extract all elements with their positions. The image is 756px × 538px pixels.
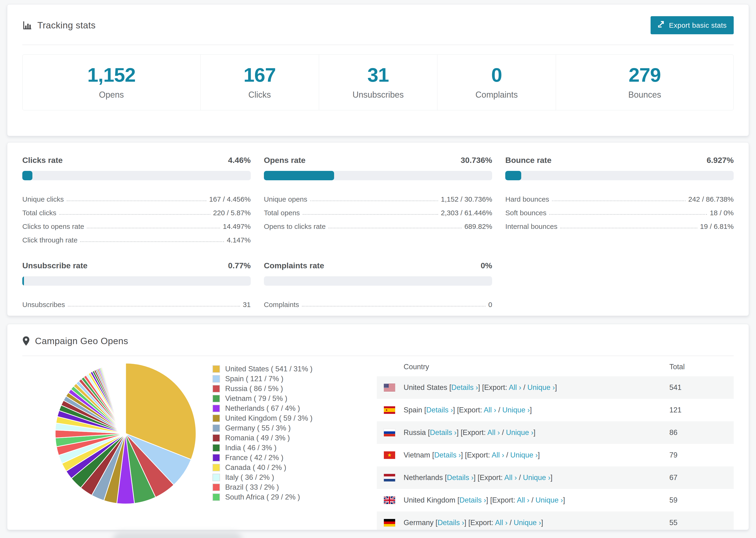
export-prefix: ] [Export: [461, 451, 492, 459]
bracket: ] [541, 518, 543, 527]
total-cell: 59 [669, 496, 728, 505]
gb-flag-icon [384, 497, 395, 504]
rate-row-label: Internal bounces [505, 223, 557, 231]
export-all-link[interactable]: All › [495, 518, 507, 527]
rate-row-value: 167 / 4.456% [209, 195, 251, 203]
legend-label: India ( 46 / 3% ) [225, 444, 277, 452]
export-all-link[interactable]: All › [484, 406, 496, 414]
rate-progress-track [505, 171, 734, 180]
geo-table-header-row: Country Total [377, 357, 734, 376]
export-unique-link[interactable]: Unique › [514, 518, 541, 527]
details-link[interactable]: Details › [451, 383, 478, 392]
legend-label: Germany ( 55 / 3% ) [225, 424, 291, 432]
rate-row-label: Total opens [264, 209, 300, 217]
details-link[interactable]: Details › [459, 496, 486, 504]
rate-header: Clicks rate4.46% [22, 156, 251, 165]
rate-progress-fill [264, 171, 334, 180]
rate-detail-row: Clicks to opens rate14.497% [22, 217, 251, 231]
rate-row-label: Clicks to opens rate [22, 223, 84, 231]
export-prefix: ] [Export: [457, 428, 487, 437]
bar-chart-icon [22, 21, 32, 30]
stat-box-complaints: 0Complaints [437, 55, 556, 110]
export-basic-stats-button[interactable]: Export basic stats [651, 16, 734, 34]
ru-flag-icon [384, 429, 395, 436]
details-link[interactable]: Details › [426, 406, 453, 414]
rate-detail-row: Internal bounces19 / 6.81% [505, 217, 734, 231]
legend-label: Vietnam ( 79 / 5% ) [225, 394, 287, 403]
rate-detail-row: Click through rate4.147% [22, 231, 251, 244]
rate-detail-rows: Hard bounces242 / 86.738%Soft bounces18 … [505, 190, 734, 231]
details-link[interactable]: Details › [447, 473, 473, 482]
tracking-stats-title-group: Tracking stats [22, 20, 95, 30]
export-unique-link[interactable]: Unique › [510, 451, 538, 459]
export-all-link[interactable]: All › [509, 383, 521, 392]
separator: / [521, 383, 527, 392]
stat-value: 31 [367, 65, 389, 85]
details-link[interactable]: Details › [438, 518, 464, 527]
bracket: [ [428, 428, 430, 437]
rate-title: Opens rate [264, 156, 306, 165]
legend-label: Brazil ( 33 / 2% ) [225, 483, 279, 492]
legend-item-india: India ( 46 / 3% ) [212, 443, 377, 453]
tracking-stats-header: Tracking stats Export basic stats [22, 16, 734, 45]
stat-box-bounces: 279Bounces [556, 55, 733, 110]
rate-progress-fill [505, 171, 521, 180]
export-all-link[interactable]: All › [492, 451, 504, 459]
legend-item-united-kingdom: United Kingdom ( 59 / 3% ) [212, 413, 377, 423]
rate-progress-track [22, 276, 251, 286]
rate-value: 6.927% [707, 156, 734, 165]
country-column-header: Country [404, 363, 669, 371]
rate-value: 30.736% [460, 156, 492, 165]
dotted-leader [67, 200, 206, 201]
geo-table-row-vn: Vietnam [Details ›] [Export: All › / Uni… [377, 444, 734, 466]
bracket: ] [563, 496, 565, 504]
rate-row-label: Hard bounces [505, 195, 549, 203]
geo-opens-body: United States ( 541 / 31% )Spain ( 121 /… [22, 356, 734, 530]
country-name: United Kingdom [404, 496, 458, 504]
dotted-leader [87, 228, 220, 228]
details-link[interactable]: Details › [434, 451, 461, 459]
country-cell: Netherlands [Details ›] [Export: All › /… [404, 473, 669, 482]
dotted-leader [80, 241, 224, 242]
geo-opens-table: Country Total United States [Details ›] … [377, 357, 734, 530]
legend-item-russia: Russia ( 86 / 5% ) [212, 384, 377, 394]
rate-detail-rows: Unsubscribes31 [22, 295, 251, 309]
rate-progress-track [22, 171, 251, 180]
export-unique-link[interactable]: Unique › [527, 383, 555, 392]
vn-flag-icon [384, 452, 395, 459]
legend-color-chip [212, 454, 220, 461]
details-link[interactable]: Details › [430, 428, 457, 437]
export-unique-link[interactable]: Unique › [506, 428, 533, 437]
dotted-leader [303, 214, 438, 215]
export-all-link[interactable]: All › [504, 473, 517, 482]
rate-value: 4.46% [228, 156, 250, 165]
dotted-leader [310, 200, 438, 201]
rates-card: Clicks rate4.46%Unique clicks167 / 4.456… [7, 142, 749, 316]
country-name: Vietnam [404, 451, 432, 459]
export-prefix: ] [Export: [453, 406, 484, 414]
rate-row-label: Opens to clicks rate [264, 223, 326, 231]
export-unique-link[interactable]: Unique › [502, 406, 530, 414]
rate-header: Opens rate30.736% [264, 156, 492, 165]
total-cell: 121 [669, 406, 728, 414]
separator: / [500, 428, 506, 437]
stat-label: Opens [99, 90, 124, 100]
rate-detail-row: Total opens2,303 / 61.446% [264, 203, 492, 217]
stat-value: 279 [628, 65, 661, 85]
rate-detail-row: Hard bounces242 / 86.738% [505, 190, 734, 203]
dotted-leader [59, 214, 210, 215]
rate-title: Clicks rate [22, 156, 63, 165]
export-unique-link[interactable]: Unique › [523, 473, 550, 482]
separator: / [517, 473, 523, 482]
geo-opens-title-group: Campaign Geo Opens [22, 336, 128, 346]
export-all-link[interactable]: All › [517, 496, 529, 504]
rate-progress-fill [22, 171, 32, 180]
dotted-leader [549, 214, 707, 215]
total-cell: 86 [669, 428, 728, 437]
export-button-label: Export basic stats [669, 21, 727, 29]
legend-label: Spain ( 121 / 7% ) [225, 375, 283, 383]
legend-color-chip [212, 464, 220, 471]
export-unique-link[interactable]: Unique › [536, 496, 563, 504]
export-all-link[interactable]: All › [487, 428, 500, 437]
rate-title: Complaints rate [264, 261, 324, 270]
